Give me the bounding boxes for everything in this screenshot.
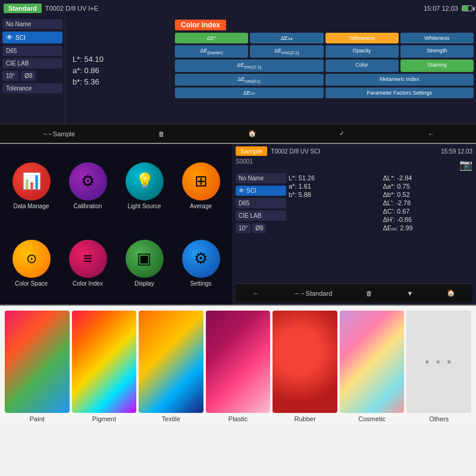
textile-thumbnail	[139, 311, 203, 413]
s2-d65[interactable]: D65	[236, 198, 286, 208]
light-source-icon: 💡	[126, 162, 164, 201]
camera-icon: 📷	[459, 158, 472, 171]
s2-de-val: ΔE₀₀: 2.99	[383, 224, 473, 232]
s2-home-btn[interactable]: 🏠	[447, 289, 455, 297]
s2-dh	[289, 216, 378, 223]
ci-delta-hunter[interactable]: ΔE(hunter)	[175, 45, 248, 58]
average-icon: ⊞	[182, 162, 220, 201]
cosmetic-thumbnail	[340, 311, 405, 413]
s1-instrument: T0002 D/8 UV I+E	[45, 5, 99, 12]
menu-color-space[interactable]: ⊙ Color Space	[5, 226, 58, 300]
plastic-label: Plastic	[228, 415, 248, 422]
color-index-label: Color Index	[73, 280, 103, 287]
ci-opacity[interactable]: Opacity	[325, 45, 399, 58]
gallery-row: Paint Pigment Textile Plastic Rubber	[2, 311, 474, 422]
textile-label: Textile	[162, 415, 180, 422]
ci-delta-cmc21[interactable]: ΔEcmc(2:1)	[250, 45, 323, 58]
menu-light-source[interactable]: 💡 Light Source	[118, 149, 171, 223]
ci-staining[interactable]: Staining	[400, 60, 474, 72]
ci-whiteness[interactable]: Whiteness	[400, 33, 474, 43]
s2-body: No Name 👁 SCI D65 CIE LAB 10° Ø8 L*: 51.…	[236, 173, 472, 283]
gallery-plastic[interactable]: Plastic	[206, 311, 271, 422]
ci-yellowness[interactable]: Yellowness	[325, 33, 399, 43]
aperture-item[interactable]: Ø8	[21, 71, 36, 81]
home-btn[interactable]: 🏠	[248, 130, 256, 137]
s2-dc-val: ΔC': 0.67	[383, 208, 473, 215]
l-star: L*: 54.10	[73, 55, 165, 64]
sample-badge: Sample	[236, 146, 267, 156]
no-name-item[interactable]: No Name	[2, 19, 62, 29]
eye-icon: 👁	[6, 33, 13, 42]
menu-settings[interactable]: ⚙ Settings	[174, 226, 227, 300]
screen1-toolbar: → →Sample 🗑 🏠 ✓ ←	[0, 124, 476, 143]
cie-lab-item[interactable]: CIE LAB	[2, 58, 62, 68]
calibration-icon: ⚙	[69, 162, 107, 201]
gallery-textile[interactable]: Textile	[139, 311, 203, 422]
s2-noname[interactable]: No Name	[236, 173, 286, 183]
s2-sci[interactable]: 👁 SCI	[236, 186, 286, 196]
ci-delta-e[interactable]: ΔE*	[175, 33, 248, 43]
screen1-header: Standard T0002 D/8 UV I+E 15:07 12.03	[0, 0, 476, 17]
average-label: Average	[190, 203, 212, 209]
tolerance-item[interactable]: Tolerance	[2, 83, 62, 93]
rubber-thumbnail	[273, 311, 337, 413]
color-index-title: Color Index	[175, 20, 226, 30]
menu-data-manage[interactable]: 📊 Data Manage	[5, 149, 58, 223]
back-btn[interactable]: ←	[428, 130, 434, 137]
data-manage-label: Data Manage	[13, 203, 49, 209]
ci-delta-cmc11[interactable]: ΔEcmc(1:1)	[175, 60, 324, 72]
sci-item[interactable]: 👁 SCI	[2, 32, 62, 43]
gallery-cosmetic[interactable]: Cosmetic	[340, 311, 405, 422]
ci-strength[interactable]: Strength	[400, 45, 474, 58]
s2-header: Sample T0002 D/8 UV SCI 15:59 12.03	[236, 146, 472, 156]
s2-dl2	[289, 199, 378, 206]
degree-item[interactable]: 10°	[2, 71, 18, 81]
s2-b: b*: 5.88	[289, 191, 378, 198]
data-manage-icon: 📊	[12, 162, 51, 201]
s2-l: L*: 51.26	[289, 174, 378, 181]
s2-standard-btn[interactable]: → →Standard	[293, 290, 333, 297]
s2-cie-lab[interactable]: CIE LAB	[236, 211, 286, 221]
confirm-btn[interactable]: ✓	[339, 130, 345, 137]
s2-a: a*: 1.61	[289, 183, 378, 190]
ci-color[interactable]: Color	[325, 60, 399, 72]
standard-badge: Standard	[4, 4, 42, 13]
gallery-pigment[interactable]: Pigment	[72, 311, 137, 422]
s2-back-btn[interactable]: ←	[253, 290, 259, 297]
s1-color-index: Color Index ΔE* ΔE₉₄ Yellowness Whitenes…	[173, 17, 476, 124]
menu-color-index[interactable]: ≡ Color Index	[61, 226, 114, 300]
ci-param-factors[interactable]: Parameter Factors Settings	[325, 87, 474, 98]
gallery-paint[interactable]: Paint	[5, 311, 70, 422]
s2-eye-icon: 👁	[239, 187, 245, 194]
color-index-icon: ≡	[69, 240, 107, 278]
ci-delta-e00[interactable]: ΔE₀₀	[175, 87, 324, 98]
delete-btn[interactable]: 🗑	[158, 130, 165, 137]
color-space-icon: ⊙	[12, 240, 51, 278]
sample-btn[interactable]: → →Sample	[42, 130, 75, 137]
gallery-rubber[interactable]: Rubber	[273, 311, 337, 422]
menu-display[interactable]: ▣ Display	[118, 226, 171, 300]
ci-delta-cmclc[interactable]: ΔEcmc(l:c)	[175, 74, 324, 86]
d65-item[interactable]: D65	[2, 46, 62, 56]
screen1: Standard T0002 D/8 UV I+E 15:07 12.03 No…	[0, 0, 476, 143]
s2-degree[interactable]: 10°	[236, 223, 250, 233]
others-thumbnail: • • •	[406, 311, 471, 413]
s2-aperture[interactable]: Ø8	[252, 223, 266, 233]
s2-menu: 📊 Data Manage ⚙ Calibration 💡 Light Sour…	[0, 144, 232, 305]
menu-average[interactable]: ⊞ Average	[174, 149, 227, 223]
screen2-toolbar: ← → →Standard 🗑 ▼ 🏠	[236, 283, 472, 302]
ci-delta-e94[interactable]: ΔE₉₄	[250, 33, 323, 43]
calibration-label: Calibration	[74, 203, 102, 209]
s2-down-btn[interactable]: ▼	[406, 290, 413, 297]
paint-label: Paint	[30, 415, 45, 422]
gallery-others[interactable]: • • • Others	[406, 311, 471, 422]
s2-de	[289, 224, 378, 232]
cosmetic-label: Cosmetic	[358, 415, 386, 422]
light-source-label: Light Source	[127, 203, 161, 209]
ci-metameric[interactable]: Metameric Index	[325, 74, 474, 86]
battery-icon	[462, 5, 472, 11]
s2-delete-btn[interactable]: 🗑	[366, 290, 372, 297]
menu-calibration[interactable]: ⚙ Calibration	[61, 149, 114, 223]
display-icon: ▣	[126, 240, 164, 278]
settings-label: Settings	[190, 280, 211, 287]
